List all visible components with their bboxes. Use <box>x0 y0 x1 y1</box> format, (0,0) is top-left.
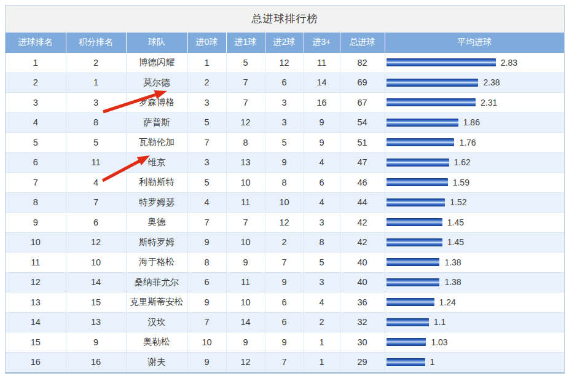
avg-goals-bar <box>387 358 425 366</box>
goals2-cell: 6 <box>265 312 304 332</box>
goal-rank-cell: 1 <box>6 53 66 73</box>
goals1-cell: 13 <box>226 152 265 173</box>
points-rank-cell: 15 <box>66 292 126 313</box>
goals0-cell: 3 <box>187 93 226 113</box>
team-cell: 克里斯蒂安松 <box>126 292 187 313</box>
goals0-cell: 6 <box>187 272 226 292</box>
column-header-goals-1: 进1球 <box>226 33 265 53</box>
goals1-cell: 7 <box>226 73 265 93</box>
column-header-points-rank: 积分排名 <box>66 33 126 53</box>
goals3plus-cell: 3 <box>304 213 340 233</box>
avg-goals-bar <box>387 138 455 146</box>
avg-goals-cell: 1.62 <box>385 152 564 173</box>
goals-ranking-table: 进球排名积分排名球队进0球进1球进2球进3+总进球平均进球 12博德闪耀1512… <box>6 32 564 372</box>
column-header-team: 球队 <box>126 33 187 53</box>
goals3plus-cell: 11 <box>304 53 340 73</box>
points-rank-cell: 11 <box>66 152 126 173</box>
team-cell: 海于格松 <box>126 253 187 273</box>
points-rank-cell: 2 <box>66 53 126 73</box>
avg-goals-cell: 1.1 <box>385 312 564 332</box>
table-row: 74利勒斯特51086461.59 <box>6 173 564 193</box>
goal-rank-cell: 3 <box>6 93 66 113</box>
goals1-cell: 10 <box>226 232 265 253</box>
avg-goals-cell: 2.83 <box>385 53 564 73</box>
points-rank-cell: 14 <box>66 272 126 292</box>
avg-goals-value: 1.62 <box>454 157 471 167</box>
total-goals-cell: 67 <box>340 93 385 113</box>
column-header-goals-0: 进0球 <box>187 33 226 53</box>
goal-rank-cell: 6 <box>6 152 66 173</box>
total-goals-cell: 36 <box>340 292 385 313</box>
avg-goals-value: 1.24 <box>439 297 456 307</box>
team-cell: 特罗姆瑟 <box>126 192 187 213</box>
goals1-cell: 10 <box>226 292 265 313</box>
goals2-cell: 12 <box>265 53 304 73</box>
avg-goals-bar <box>387 258 440 266</box>
goals1-cell: 11 <box>226 272 265 292</box>
table-row: 1110海于格松8975401.38 <box>6 253 564 273</box>
avg-goals-value: 2.31 <box>481 98 497 108</box>
team-cell: 桑纳菲尤尔 <box>126 272 187 292</box>
points-rank-cell: 7 <box>66 192 126 213</box>
points-rank-cell: 1 <box>66 73 126 93</box>
total-goals-cell: 42 <box>340 213 385 233</box>
goals2-cell: 9 <box>265 272 304 292</box>
table-row: 1214桑纳菲尤尔61193401.38 <box>6 272 564 292</box>
table-row: 1616谢夫91271291 <box>6 352 564 372</box>
team-cell: 汉坎 <box>126 312 187 332</box>
avg-goals-bar <box>387 238 442 246</box>
goals0-cell: 10 <box>187 332 226 353</box>
goal-rank-cell: 12 <box>6 272 66 292</box>
goals1-cell: 8 <box>226 133 265 153</box>
avg-goals-bar <box>387 79 479 87</box>
goals0-cell: 5 <box>187 173 226 193</box>
avg-goals-value: 1.03 <box>431 337 447 347</box>
avg-goals-cell: 1.45 <box>385 232 564 253</box>
goals2-cell: 5 <box>265 133 304 153</box>
avg-goals-bar <box>387 318 429 326</box>
avg-goals-bar <box>387 198 445 206</box>
points-rank-cell: 6 <box>66 213 126 233</box>
table-row: 96奥德77123421.45 <box>6 213 564 233</box>
header-row: 进球排名积分排名球队进0球进1球进2球进3+总进球平均进球 <box>6 33 564 53</box>
goals2-cell: 8 <box>265 173 304 193</box>
avg-goals-bar <box>387 58 496 66</box>
team-cell: 斯特罗姆 <box>126 232 187 253</box>
table-row: 33罗森博格37316672.31 <box>6 93 564 113</box>
goal-rank-cell: 8 <box>6 192 66 213</box>
goals0-cell: 7 <box>187 133 226 153</box>
avg-goals-bar <box>387 298 434 306</box>
avg-goals-value: 1.59 <box>453 178 469 187</box>
table-row: 87特罗姆瑟411104441.52 <box>6 192 564 213</box>
avg-goals-bar <box>387 338 426 346</box>
avg-goals-bar <box>387 98 476 106</box>
total-goals-cell: 54 <box>340 112 385 133</box>
avg-goals-cell: 1.86 <box>385 112 564 133</box>
avg-goals-bar <box>387 178 448 186</box>
avg-goals-bar <box>387 119 458 127</box>
goals1-cell: 9 <box>226 253 265 273</box>
goals2-cell: 6 <box>265 73 304 93</box>
avg-goals-cell: 1.38 <box>385 253 564 273</box>
avg-goals-value: 1.45 <box>447 237 464 247</box>
avg-goals-value: 1.38 <box>444 257 461 267</box>
points-rank-cell: 4 <box>66 173 126 193</box>
points-rank-cell: 16 <box>66 352 126 372</box>
goals2-cell: 12 <box>265 213 304 233</box>
avg-goals-bar <box>387 159 449 167</box>
goal-rank-cell: 9 <box>6 213 66 233</box>
avg-goals-cell: 1.59 <box>385 173 564 193</box>
table-row: 1315克里斯蒂安松91064361.24 <box>6 292 564 313</box>
total-goals-cell: 47 <box>340 152 385 173</box>
goals0-cell: 8 <box>187 253 226 273</box>
avg-goals-value: 1.45 <box>447 218 464 227</box>
column-header-goals-2: 进2球 <box>265 33 304 53</box>
goals0-cell: 2 <box>187 73 226 93</box>
total-goals-cell: 82 <box>340 53 385 73</box>
goal-rank-cell: 2 <box>6 73 66 93</box>
goal-rank-cell: 14 <box>6 312 66 332</box>
goals2-cell: 2 <box>265 232 304 253</box>
avg-goals-value: 2.38 <box>483 77 500 87</box>
goals2-cell: 7 <box>265 253 304 273</box>
goals2-cell: 7 <box>265 352 304 372</box>
